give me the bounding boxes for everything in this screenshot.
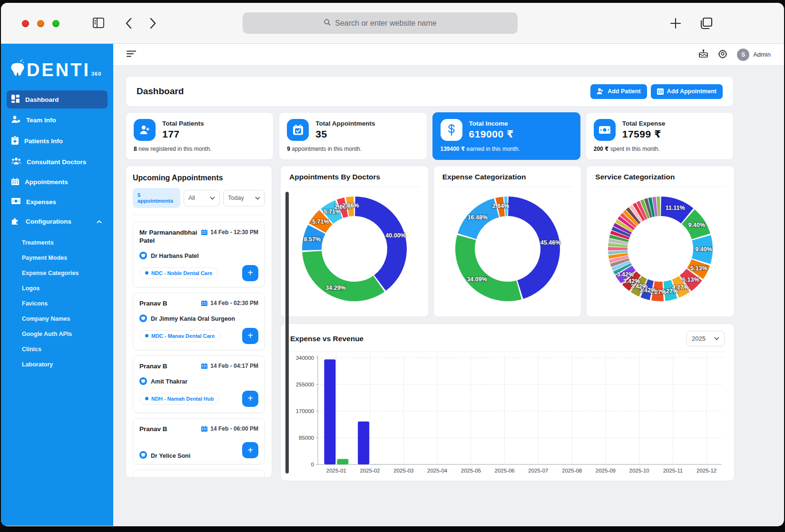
browser-chrome: Search or enter website name <box>1 3 784 44</box>
x-axis-tick: 2025-12 <box>697 468 716 473</box>
appointment-card-partial[interactable] <box>133 470 265 478</box>
add-treatment-button[interactable]: + <box>242 442 258 458</box>
donut-slice-label: 34.29% <box>325 285 345 291</box>
day-filter-select[interactable]: Today <box>223 190 265 207</box>
donut-slice-label: 9.40% <box>688 222 705 228</box>
donut-slice[interactable] <box>455 235 521 301</box>
sidebar-item-dashboard[interactable]: Dashboard <box>7 90 108 108</box>
donut-slice[interactable] <box>608 247 628 250</box>
donut-slice-label: 11.11% <box>666 205 685 211</box>
appointment-card[interactable]: Pranav B14 Feb - 04:17 PMAmit ThakrarNDH… <box>133 355 265 413</box>
sidebar-subitem-payment-modes[interactable]: Payment Modes <box>22 250 108 266</box>
sidebar-subitem-laboratory[interactable]: Laboratory <box>22 357 108 372</box>
doctor-filter-select[interactable]: All <box>184 190 220 207</box>
address-bar[interactable]: Search or enter website name <box>243 12 518 34</box>
expense-bar[interactable] <box>337 459 348 464</box>
donut-slice[interactable] <box>355 197 407 291</box>
clinic-name: MDC - Manav Dental Care <box>151 333 215 339</box>
doctor-row: Dr Jimmy Kania Oral Surgeon <box>139 315 258 324</box>
back-button[interactable] <box>124 17 134 32</box>
revenue-bar[interactable] <box>358 422 369 464</box>
appointment-card[interactable]: Mr Parmanandbhai Patel14 Feb - 12:30 PMD… <box>133 222 265 287</box>
content-scrollbar[interactable] <box>285 192 289 473</box>
sidebar-subitem-company-names[interactable]: Company Names <box>22 311 108 326</box>
donut-slice[interactable] <box>302 251 384 301</box>
birthday-cake-icon[interactable] <box>698 49 708 60</box>
sidebar-subitem-google-auth-apis[interactable]: Google Auth APIs <box>22 326 108 342</box>
clinic-name: NDC - Noble Dental Care <box>151 270 212 276</box>
stat-value: 177 <box>162 128 204 140</box>
sidebar-item-label: Expenses <box>26 198 56 206</box>
sidebar-item-patients-info[interactable]: Patients Info <box>7 132 108 150</box>
appointment-time: 14 Feb - 02:30 PM <box>201 300 258 308</box>
user-avatar[interactable]: S <box>737 49 749 61</box>
stat-title: Total Patients <box>162 120 204 127</box>
expense-categorization-card: Expense Categorization45.46%34.09%16.48%… <box>433 166 582 317</box>
chevron-down-icon <box>255 197 260 200</box>
page-header: Dashboard Add Patient <box>126 76 734 107</box>
service-categorization-chart: 11.11%9.40%9.40%5.13%5.13%4.27%4.27%4.27… <box>597 187 724 310</box>
donut-chart-title: Service Categorization <box>595 173 726 187</box>
menu-hamburger-icon[interactable] <box>127 50 136 59</box>
sidebar-item-expenses[interactable]: Expenses <box>7 194 108 210</box>
doctor-name: Amit Thakrar <box>151 378 187 385</box>
stat-value: 619000 ₹ <box>469 128 514 140</box>
clinic-dot-icon <box>145 271 148 275</box>
appointments-by-doctors-card: Appointments By Doctors40.00%34.29%8.57%… <box>280 166 429 317</box>
patient-name: Pranav B <box>139 363 167 371</box>
appointment-card[interactable]: Pranav B14 Feb - 02:30 PMDr Jimmy Kania … <box>133 293 265 350</box>
sidebar-item-appointments[interactable]: Appointments <box>7 173 108 191</box>
stat-card-total-patients[interactable]: Total Patients1778 new registered in thi… <box>126 112 274 160</box>
clinic-pill: MDC - Manav Dental Care <box>139 330 220 342</box>
donut-slice-label: 3.42% <box>623 278 640 285</box>
stat-card-total-expense[interactable]: Total Expense17599 ₹200 ₹ spent in this … <box>586 112 734 160</box>
minimize-window-button[interactable] <box>37 20 44 27</box>
sidebar-item-configurations[interactable]: Configurations <box>7 213 108 230</box>
bar-chart-title: Expense vs Revenue <box>290 335 363 343</box>
donut-slice-label: 40.00% <box>385 232 405 239</box>
forward-button[interactable] <box>147 17 158 32</box>
logo-text: DENTI <box>27 62 90 78</box>
appointment-time-text: 14 Feb - 06:00 PM <box>210 425 258 432</box>
doctor-name: Dr Jimmy Kania Oral Surgeon <box>151 315 235 322</box>
sidebar-item-team-info[interactable]: Team Info <box>7 111 108 129</box>
appointment-time: 14 Feb - 06:00 PM <box>201 425 258 433</box>
sidebar-toggle-icon[interactable] <box>91 16 106 32</box>
appointment-card[interactable]: Pranav B14 Feb - 06:00 PMDr Yelice Soni+ <box>133 418 265 465</box>
sidebar-subitem-logos[interactable]: Logos <box>22 281 108 296</box>
sidebar-subitem-clinics[interactable]: Clinics <box>22 342 108 357</box>
stat-title: Total Expense <box>622 120 666 127</box>
add-treatment-button[interactable]: + <box>242 328 258 344</box>
clinic-dot-icon <box>145 334 148 337</box>
settings-gear-icon[interactable] <box>718 49 727 60</box>
x-axis-tick: 2025-05 <box>461 468 481 473</box>
sidebar-subitem-expense-categories[interactable]: Expense Categories <box>22 266 108 281</box>
sidebar-subitem-favicons[interactable]: Favicons <box>22 296 108 311</box>
window-controls <box>22 20 59 27</box>
sidebar-subitem-treatments[interactable]: Treatments <box>22 235 108 250</box>
tooth-logo-icon <box>10 59 26 78</box>
stat-value: 17599 ₹ <box>622 128 666 140</box>
year-select[interactable]: 2025 <box>687 331 725 346</box>
doctor-icon <box>139 377 147 386</box>
close-window-button[interactable] <box>22 20 29 27</box>
add-appointment-button[interactable]: Add Appointment <box>651 84 723 99</box>
tab-overview-icon[interactable] <box>698 16 714 32</box>
sidebar-subnav: TreatmentsPayment ModesExpense Categorie… <box>1 233 113 372</box>
sidebar-item-label: Dashboard <box>25 96 59 103</box>
stat-card-total-appointments[interactable]: Total Appointments359 appointments in th… <box>279 112 427 160</box>
revenue-bar[interactable] <box>324 359 335 464</box>
stat-note-strong: 8 <box>134 146 137 152</box>
add-treatment-button[interactable]: + <box>242 391 258 407</box>
zoom-window-button[interactable] <box>52 20 59 27</box>
stat-note: 200 ₹ spent in this month. <box>594 146 726 152</box>
expense-vs-revenue-card: Expense vs Revenue 2025 0850001700002550… <box>280 324 735 481</box>
add-patient-button[interactable]: Add Patient <box>590 84 647 99</box>
sidebar-item-consultant-doctors[interactable]: Consultant Doctors <box>7 153 108 170</box>
appointments-count-badge: 5 appointments <box>133 188 180 208</box>
add-treatment-button[interactable]: + <box>242 265 258 281</box>
stat-title: Total Appointments <box>315 120 375 127</box>
stat-card-total-income[interactable]: Total Income619000 ₹139400 ₹ earned in t… <box>432 112 580 160</box>
new-tab-icon[interactable] <box>669 17 682 32</box>
patient-name: Pranav B <box>139 300 167 308</box>
